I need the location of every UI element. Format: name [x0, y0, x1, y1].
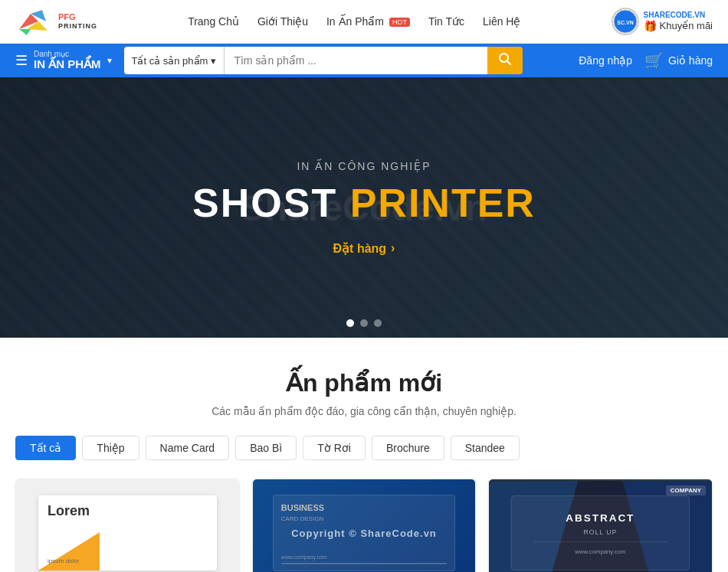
logo-icon [15, 6, 54, 37]
filter-tab-standee[interactable]: Standee [451, 436, 520, 460]
khuyen-mai-label: Khuyến mãi [660, 20, 713, 32]
product-card-3[interactable]: ABSTRACT ROLL UP www.company.com COMPANY [488, 479, 713, 572]
search-input[interactable] [225, 47, 487, 74]
filter-tab-tat-ca[interactable]: Tất cả [15, 436, 76, 460]
sharecode-box[interactable]: SC.VN SHARECODE.VN 🎁 Khuyến mãi [612, 8, 713, 35]
products-row: Lorem ipsum dolor BUSINESS CARD DESIGN w… [15, 479, 713, 572]
section-subtitle: Các mẫu ấn phẩm độc đáo, gia công cẩn th… [15, 405, 713, 417]
hero-title: SHOST PRINTER [192, 180, 536, 226]
danh-muc-button[interactable]: ☰ Danh mục IN ẤN PHẨM ▾ [15, 50, 112, 71]
category-chevron-icon: ▾ [211, 55, 216, 67]
in-an-pham-label: IN ẤN PHẨM [34, 58, 101, 71]
nav-item-tin-tuc[interactable]: Tin Tức [428, 15, 464, 28]
nav-item-in-an-pham[interactable]: In Ấn Phẩm HOT [326, 15, 410, 28]
hero-cta-button[interactable]: Đặt hàng › [333, 241, 395, 256]
products-section: Ấn phẩm mới Các mẫu ấn phẩm độc đáo, gia… [0, 338, 728, 572]
filter-tab-name-card[interactable]: Name Card [146, 436, 230, 460]
nav-item-gioi-thieu[interactable]: Giới Thiệu [257, 15, 308, 28]
nav-right: Đăng nhập 🛒 Giỏ hàng [579, 51, 713, 70]
hamburger-icon: ☰ [15, 52, 28, 69]
dot-3[interactable] [374, 319, 382, 327]
filter-tabs: Tất cả Thiệp Name Card Bao Bì Tờ Rơi Bro… [15, 436, 713, 460]
search-category-select[interactable]: Tất cả sản phẩm ▾ [124, 47, 225, 74]
gio-hang-button[interactable]: 🛒 Giỏ hàng [644, 51, 713, 70]
hot-badge: HOT [389, 18, 410, 27]
blue-nav-bar: ☰ Danh mục IN ẤN PHẨM ▾ Tất cả sản phẩm … [0, 44, 728, 77]
header-top: PFG PRINTING Trang Chủ Giới Thiệu In Ấn … [0, 0, 728, 44]
product-image-2: BUSINESS CARD DESIGN www.company.com Cop… [253, 479, 476, 572]
svg-text:ROLL UP: ROLL UP [584, 528, 618, 536]
cart-icon: 🛒 [644, 51, 664, 70]
svg-text:ABSTRACT: ABSTRACT [566, 512, 635, 524]
hero-content: IN ẤN CÔNG NGHIỆP SHOST PRINTER Đặt hàng… [192, 160, 536, 256]
filter-tab-to-roi[interactable]: Tờ Rơi [303, 436, 366, 460]
nav-item-trang-chu[interactable]: Trang Chủ [188, 15, 239, 28]
dot-1[interactable] [346, 319, 354, 327]
main-nav: Trang Chủ Giới Thiệu In Ấn Phẩm HOT Tin … [188, 15, 520, 28]
product-card-1[interactable]: Lorem ipsum dolor [15, 479, 240, 572]
filter-tab-bao-bi[interactable]: Bao Bì [235, 436, 297, 460]
svg-text:SC.VN: SC.VN [617, 20, 633, 25]
logo-text: PFG PRINTING [58, 12, 97, 31]
header-right: SC.VN SHARECODE.VN 🎁 Khuyến mãi [612, 8, 713, 35]
sharecode-logo-icon: SC.VN [612, 8, 639, 35]
product-image-1: Lorem ipsum dolor [16, 479, 239, 572]
filter-tab-thiep[interactable]: Thiệp [82, 436, 139, 460]
hero-dots [346, 319, 382, 327]
svg-line-7 [507, 61, 510, 65]
gift-icon: 🎁 [644, 20, 657, 33]
hero-subtitle: IN ẤN CÔNG NGHIỆP [192, 160, 536, 172]
nav-item-lien-he[interactable]: Liên Hệ [483, 15, 520, 28]
logo[interactable]: PFG PRINTING [15, 6, 97, 37]
dot-2[interactable] [360, 319, 368, 327]
hero-banner: ShareCode.vn IN ẤN CÔNG NGHIỆP SHOST PRI… [0, 77, 728, 338]
dang-nhap-button[interactable]: Đăng nhập [579, 54, 632, 67]
search-icon [498, 52, 512, 69]
section-title: Ấn phẩm mới [15, 368, 713, 397]
filter-tab-brochure[interactable]: Brochure [372, 436, 444, 460]
product-card-2[interactable]: BUSINESS CARD DESIGN www.company.com Cop… [252, 479, 477, 572]
product-image-3: ABSTRACT ROLL UP www.company.com COMPANY [489, 479, 712, 572]
arrow-right-icon: › [391, 241, 395, 255]
svg-text:www.company.com: www.company.com [575, 548, 626, 555]
search-area: Tất cả sản phẩm ▾ [124, 47, 523, 74]
svg-marker-3 [19, 29, 31, 35]
chevron-down-icon: ▾ [107, 55, 112, 66]
search-button[interactable] [487, 47, 523, 74]
